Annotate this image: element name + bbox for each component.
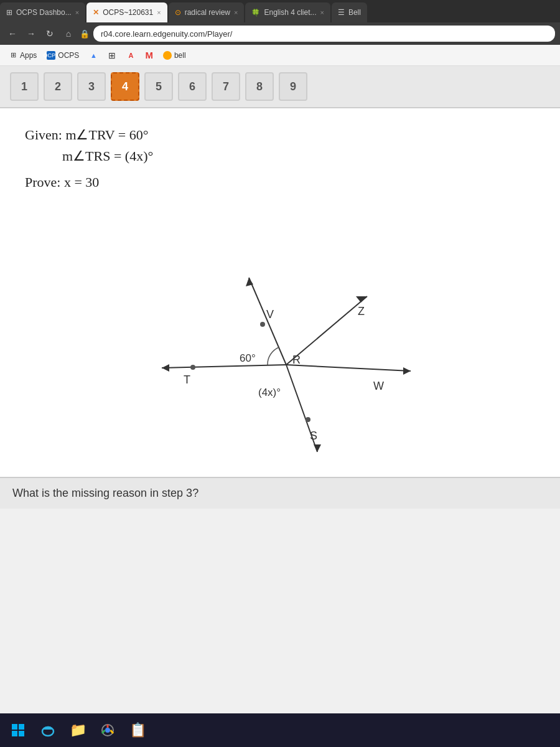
tab2-close[interactable]: × <box>157 9 161 16</box>
forward-button[interactable]: → <box>24 26 39 41</box>
svg-point-2 <box>190 365 195 370</box>
step-7[interactable]: 7 <box>212 72 240 101</box>
tab3-icon: ⊙ <box>175 8 181 17</box>
windows-button[interactable] <box>5 717 31 743</box>
letter-a-icon: A <box>126 51 135 60</box>
bookmark-ocps[interactable]: OCPS OCPS <box>43 50 83 61</box>
step-2[interactable]: 2 <box>44 72 72 101</box>
given-line1: Given: m∠TRV = 60° <box>25 127 535 143</box>
tab1-label: OCPS Dashbo... <box>16 8 72 17</box>
svg-text:W: W <box>373 380 384 392</box>
apps-icon: ⊞ <box>9 51 17 60</box>
tab-ocps-active[interactable]: ✕ OCPS~120631 × <box>86 2 167 22</box>
svg-marker-9 <box>356 296 367 303</box>
tab4-icon: 🍀 <box>251 9 260 17</box>
svg-line-0 <box>162 365 286 368</box>
svg-marker-15 <box>314 444 321 452</box>
svg-rect-21 <box>12 724 17 730</box>
svg-rect-22 <box>19 724 24 730</box>
browser-frame: ⊞ OCPS Dashbo... × ✕ OCPS~120631 × ⊙ rad… <box>0 0 560 66</box>
svg-text:Z: Z <box>358 305 365 317</box>
edge-icon <box>41 723 55 737</box>
tab5-icon: ☰ <box>338 8 345 17</box>
bookmarks-bar: ⊞ Apps OCPS OCPS ▲ ⊞ A M bell <box>0 45 560 66</box>
svg-point-27 <box>105 728 110 733</box>
bookmark-drive[interactable]: ▲ <box>85 50 101 61</box>
tab-bar: ⊞ OCPS Dashbo... × ✕ OCPS~120631 × ⊙ rad… <box>0 0 560 22</box>
step-bar: 1 2 3 4 5 6 7 8 9 <box>0 66 560 108</box>
svg-text:S: S <box>310 430 317 442</box>
svg-line-4 <box>249 278 286 365</box>
home-button[interactable]: ⌂ <box>61 26 76 41</box>
bookmark-bell-label: bell <box>174 51 186 60</box>
geometry-diagram: T V Z W S <box>124 203 436 464</box>
m-icon: M <box>145 50 153 60</box>
bookmark-bell[interactable]: bell <box>159 50 190 61</box>
tab4-close[interactable]: × <box>320 9 324 16</box>
given-line2: m∠TRS = (4x)° <box>62 148 535 164</box>
chrome-button[interactable] <box>95 717 121 743</box>
svg-point-16 <box>306 417 310 422</box>
bookmark-a[interactable]: A <box>123 50 139 61</box>
tab-english[interactable]: 🍀 English 4 cliet... × <box>245 2 330 22</box>
bell-circle-icon <box>163 51 172 60</box>
lock-icon: 🔒 <box>80 29 90 39</box>
taskbar: 📁 📋 <box>0 713 560 747</box>
svg-text:T: T <box>184 374 190 386</box>
svg-marker-1 <box>162 364 169 372</box>
svg-line-11 <box>286 365 411 371</box>
svg-rect-23 <box>12 731 17 736</box>
bookmark-apps[interactable]: ⊞ Apps <box>5 50 40 61</box>
step-4-active[interactable]: 4 <box>111 72 139 101</box>
diagram-svg: T V Z W S <box>124 203 436 464</box>
ocps-icon: OCPS <box>47 51 55 60</box>
tab2-label: OCPS~120631 <box>103 8 153 17</box>
drive-icon: ▲ <box>89 51 98 60</box>
step-6[interactable]: 6 <box>178 72 207 101</box>
svg-text:60°: 60° <box>240 352 256 364</box>
tab3-label: radical review <box>185 8 230 17</box>
tab4-label: English 4 cliet... <box>264 8 316 17</box>
bookmark-apps-label: Apps <box>20 51 37 60</box>
edge-button[interactable] <box>35 717 61 743</box>
address-bar-row: ← → ↻ ⌂ 🔒 <box>0 22 560 45</box>
step-1[interactable]: 1 <box>10 72 39 101</box>
grid-icon: ⊞ <box>108 51 116 60</box>
step-3[interactable]: 3 <box>77 72 106 101</box>
svg-point-6 <box>260 322 265 327</box>
bottom-question: What is the missing reason in step 3? <box>0 477 560 509</box>
bookmark-ocps-label: OCPS <box>58 51 79 60</box>
chrome-icon <box>101 723 114 737</box>
svg-text:R: R <box>292 354 301 366</box>
step-8[interactable]: 8 <box>245 72 274 101</box>
tab5-label: Bell <box>348 8 361 17</box>
content-area: 1 2 3 4 5 6 7 8 9 Given: m∠TRV = 60° m∠T… <box>0 66 560 713</box>
bottom-question-text: What is the missing reason in step 3? <box>12 487 198 499</box>
back-button[interactable]: ← <box>5 26 20 41</box>
folder-button[interactable]: 📁 <box>65 717 91 743</box>
tab-radical-review[interactable]: ⊙ radical review × <box>169 2 245 22</box>
task-button[interactable]: 📋 <box>124 717 151 743</box>
step-9[interactable]: 9 <box>279 72 307 101</box>
bookmark-grid[interactable]: ⊞ <box>104 50 120 61</box>
tab2-icon: ✕ <box>93 8 99 17</box>
svg-marker-12 <box>403 367 411 375</box>
tab1-close[interactable]: × <box>75 9 79 16</box>
svg-text:V: V <box>266 308 274 321</box>
step-5[interactable]: 5 <box>144 72 173 101</box>
tab1-icon: ⊞ <box>6 8 12 17</box>
windows-icon <box>11 723 25 737</box>
refresh-button[interactable]: ↻ <box>42 26 57 41</box>
bookmark-m[interactable]: M <box>141 49 157 62</box>
problem-area: Given: m∠TRV = 60° m∠TRS = (4x)° Prove: … <box>0 108 560 477</box>
address-input[interactable] <box>93 26 555 42</box>
svg-text:(4x)°: (4x)° <box>258 387 281 398</box>
tab-ocps-dashboard[interactable]: ⊞ OCPS Dashbo... × <box>0 2 85 22</box>
tab-bell[interactable]: ☰ Bell <box>332 2 367 22</box>
tab3-close[interactable]: × <box>234 9 238 16</box>
prove-line: Prove: x = 30 <box>25 174 535 190</box>
svg-rect-24 <box>19 731 24 736</box>
